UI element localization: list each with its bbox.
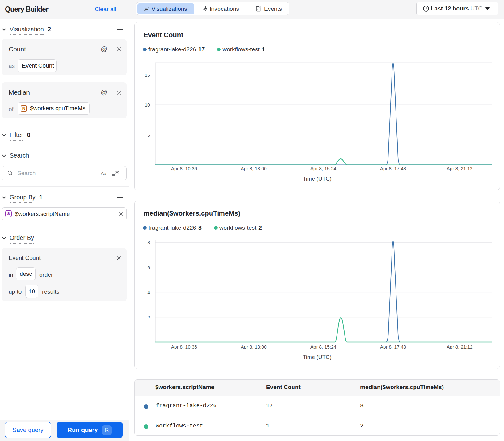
svg-text:Apr 8, 15:24: Apr 8, 15:24 [310, 344, 337, 349]
svg-text:Apr 8, 10:36: Apr 8, 10:36 [171, 344, 197, 349]
svg-text:Apr 8, 17:48: Apr 8, 17:48 [380, 166, 406, 171]
svg-text:10: 10 [145, 102, 150, 107]
svg-text:8: 8 [147, 240, 150, 245]
svg-text:Apr 8, 21:12: Apr 8, 21:12 [447, 166, 472, 171]
svg-text:Apr 8, 15:24: Apr 8, 15:24 [310, 166, 337, 171]
svg-text:4: 4 [147, 290, 150, 295]
svg-text:Apr 8, 21:12: Apr 8, 21:12 [447, 344, 472, 349]
svg-text:6: 6 [147, 265, 150, 270]
svg-text:Apr 8, 13:00: Apr 8, 13:00 [241, 344, 267, 349]
svg-text:Apr 8, 17:48: Apr 8, 17:48 [380, 344, 406, 349]
svg-text:Time (UTC): Time (UTC) [303, 176, 331, 182]
svg-text:5: 5 [147, 132, 150, 138]
svg-text:Apr 8, 10:36: Apr 8, 10:36 [171, 166, 197, 171]
svg-text:Time (UTC): Time (UTC) [303, 354, 331, 360]
svg-text:Apr 8, 13:00: Apr 8, 13:00 [241, 166, 267, 171]
svg-text:15: 15 [145, 72, 150, 78]
svg-text:2: 2 [147, 315, 150, 320]
